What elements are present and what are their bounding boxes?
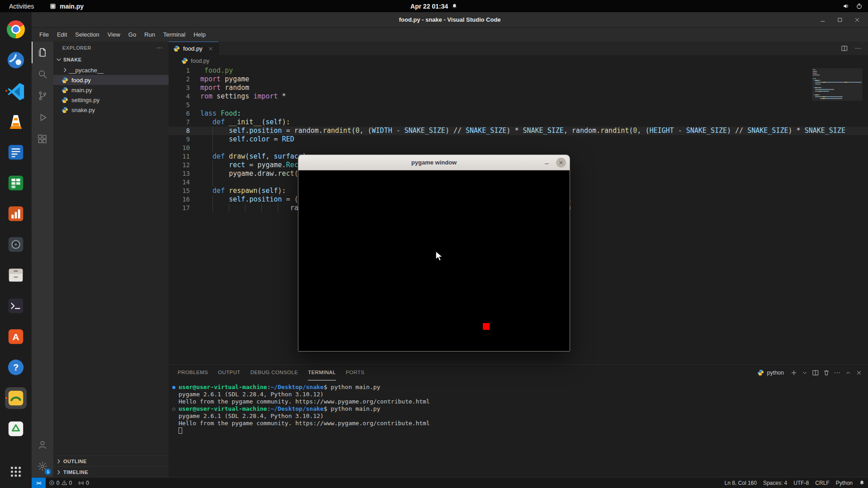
panel-tab-debug-console[interactable]: DEBUG CONSOLE — [250, 365, 298, 380]
menu-view[interactable]: View — [104, 29, 124, 40]
code-line-2[interactable]: 2mport pygame — [169, 75, 868, 84]
code-line-9[interactable]: 9 self.color = RED — [169, 135, 868, 144]
ports-status[interactable]: 0 — [75, 478, 92, 488]
explorer-icon[interactable] — [32, 42, 53, 63]
file-main.py[interactable]: main.py — [53, 85, 169, 95]
line-number[interactable]: 2 — [169, 75, 200, 84]
line-number[interactable]: 1 — [169, 66, 200, 75]
menu-file[interactable]: File — [35, 29, 53, 40]
line-number[interactable]: 14 — [169, 178, 200, 187]
line-number[interactable]: 11 — [169, 152, 200, 161]
status-spaces[interactable]: Spaces: 4 — [760, 478, 790, 488]
minimap[interactable] — [812, 68, 863, 101]
menu-edit[interactable]: Edit — [53, 29, 71, 40]
line-number[interactable]: 3 — [169, 84, 200, 92]
dock-vlc[interactable] — [5, 111, 27, 132]
pygame-title-bar[interactable]: pygame window — [298, 155, 570, 170]
code-line-8[interactable]: 8 self.position = random.randint(0, (WID… — [169, 127, 868, 135]
panel-tab-output[interactable]: OUTPUT — [218, 365, 241, 380]
window-maximize-icon[interactable] — [835, 14, 845, 25]
file-settings.py[interactable]: settings.py — [53, 95, 169, 105]
status-python[interactable]: Python — [833, 478, 856, 488]
dock-calc[interactable] — [5, 172, 27, 194]
clock-menu[interactable]: Apr 22 01:34 — [410, 0, 458, 12]
dock-pygame[interactable] — [5, 387, 27, 409]
close-tab-icon[interactable] — [208, 46, 214, 52]
search-icon[interactable] — [32, 63, 53, 85]
tab-food-py[interactable]: food.py — [169, 42, 219, 55]
kill-terminal-icon[interactable] — [821, 367, 832, 378]
code-line-4[interactable]: 4rom settings import * — [169, 92, 868, 101]
breadcrumb[interactable]: food.py — [169, 55, 868, 66]
extensions-icon[interactable] — [32, 128, 53, 150]
menu-run[interactable]: Run — [140, 29, 159, 40]
dock-writer[interactable] — [5, 141, 27, 163]
line-number[interactable]: 12 — [169, 161, 200, 169]
panel-tab-terminal[interactable]: TERMINAL — [308, 365, 335, 380]
menu-terminal[interactable]: Terminal — [159, 29, 189, 40]
status-utf-8[interactable]: UTF-8 — [790, 478, 812, 488]
line-number[interactable]: 8 — [169, 127, 200, 135]
window-minimize-icon[interactable] — [817, 14, 828, 25]
file-__pycache__[interactable]: __pycache__ — [53, 65, 169, 75]
menu-go[interactable]: Go — [124, 29, 140, 40]
dock-trash[interactable] — [5, 418, 27, 440]
file-food.py[interactable]: food.py — [53, 75, 169, 85]
editor-more-icon[interactable] — [853, 43, 863, 54]
code-line-7[interactable]: 7 def __init__(self): — [169, 118, 868, 127]
line-number[interactable]: 9 — [169, 135, 200, 144]
run-debug-icon[interactable] — [32, 107, 53, 128]
code-line-1[interactable]: 1 food.py — [169, 66, 868, 75]
pygame-canvas[interactable] — [298, 170, 570, 351]
split-editor-icon[interactable] — [839, 43, 850, 54]
dock-terminal[interactable] — [5, 295, 27, 317]
line-number[interactable]: 7 — [169, 118, 200, 127]
status-ln[interactable]: Ln 8, Col 160 — [722, 478, 760, 488]
pygame-close-icon[interactable] — [556, 158, 566, 168]
line-number[interactable]: 10 — [169, 144, 200, 152]
code-line-6[interactable]: 6lass Food: — [169, 109, 868, 118]
account-icon[interactable] — [32, 434, 53, 455]
file-snake.py[interactable]: snake.py — [53, 105, 169, 115]
dock-chrome[interactable] — [5, 19, 27, 40]
activities-button[interactable]: Activities — [5, 0, 38, 12]
remote-indicator[interactable]: >< — [32, 478, 46, 488]
manage-gear-icon[interactable]: 1 — [32, 455, 53, 477]
line-number[interactable]: 5 — [169, 101, 200, 109]
focused-app-menu[interactable]: main.py — [49, 3, 84, 10]
dock-thunderbird[interactable] — [5, 49, 27, 71]
system-status-menu[interactable] — [843, 0, 863, 12]
show-apps-button[interactable] — [5, 461, 27, 483]
source-control-icon[interactable] — [32, 85, 53, 107]
line-number[interactable]: 16 — [169, 195, 200, 204]
notifications-bell[interactable] — [856, 478, 868, 488]
panel-maximize-icon[interactable] — [843, 367, 854, 378]
terminal-profile-chevron-icon[interactable] — [799, 367, 810, 378]
pygame-minimize-icon[interactable] — [542, 158, 552, 168]
dock-vscode[interactable] — [5, 80, 27, 102]
window-title-bar[interactable]: food.py - snake - Visual Studio Code — [32, 12, 868, 28]
problems-status[interactable]: 0 0 — [46, 478, 75, 488]
status-crlf[interactable]: CRLF — [812, 478, 832, 488]
line-number[interactable]: 13 — [169, 169, 200, 178]
dock-impress[interactable] — [5, 203, 27, 225]
dock-dark-app[interactable] — [5, 234, 27, 255]
dock-software[interactable]: A — [5, 326, 27, 347]
line-number[interactable]: 6 — [169, 109, 200, 118]
menu-help[interactable]: Help — [189, 29, 210, 40]
section-outline[interactable]: OUTLINE — [53, 455, 169, 466]
folder-section-header[interactable]: SNAKE — [53, 54, 169, 65]
panel-tab-ports[interactable]: PORTS — [346, 365, 364, 380]
window-close-icon[interactable] — [852, 14, 863, 25]
menu-selection[interactable]: Selection — [71, 29, 103, 40]
dock-files[interactable] — [5, 264, 27, 286]
code-line-10[interactable]: 10 — [169, 144, 868, 152]
line-number[interactable]: 17 — [169, 204, 200, 212]
new-terminal-icon[interactable] — [788, 367, 799, 378]
line-number[interactable]: 4 — [169, 92, 200, 101]
panel-close-icon[interactable] — [854, 367, 864, 378]
panel-tab-problems[interactable]: PROBLEMS — [178, 365, 208, 380]
split-terminal-icon[interactable] — [810, 367, 821, 378]
panel-more-icon[interactable] — [832, 367, 843, 378]
code-line-5[interactable]: 5 — [169, 101, 868, 109]
